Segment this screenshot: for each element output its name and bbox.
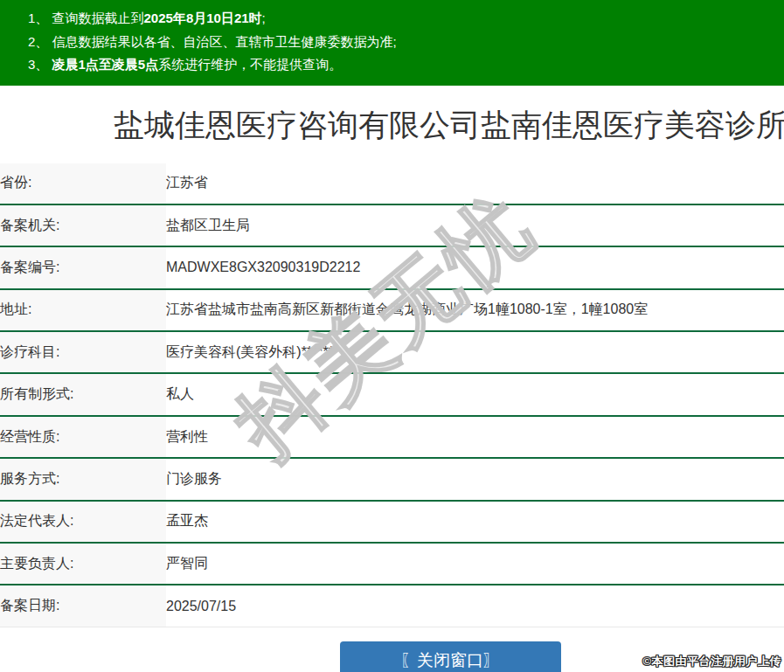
row-value: 盐都区卫生局 [166, 204, 784, 246]
row-value: 私人 [166, 373, 784, 415]
row-label: 诊疗科目: [0, 331, 166, 373]
table-row-principal: 主要负责人: 严智同 [0, 543, 784, 585]
table-row-authority: 备案机关: 盐都区卫生局 [0, 204, 784, 246]
notice-line-2: 2、 信息数据结果以各省、自治区、直辖市卫生健康委数据为准; [28, 31, 775, 54]
row-label: 服务方式: [0, 458, 166, 500]
row-label: 地址: [0, 289, 166, 331]
row-label: 备案机关: [0, 204, 166, 246]
notice-3-bold: 凌晨1点至凌晨5点 [52, 57, 159, 72]
row-label: 主要负责人: [0, 543, 166, 585]
table-row-legal-representative: 法定代表人: 孟亚杰 [0, 501, 784, 543]
notice-1-text: 1、 查询数据截止到 [28, 10, 144, 25]
notice-3-suffix: 系统进行维护，不能提供查询。 [158, 57, 342, 72]
row-label: 法定代表人: [0, 501, 166, 543]
page-title: 盐城佳恩医疗咨询有限公司盐南佳恩医疗美容诊所 [0, 104, 784, 145]
record-table: 省份: 江苏省 备案机关: 盐都区卫生局 备案编号: MADWXE8GX3209… [0, 163, 784, 627]
row-value: MADWXE8GX32090319D2212 [166, 246, 784, 288]
row-value: 严智同 [166, 543, 784, 585]
table-row-treatment-subjects: 诊疗科目: 医疗美容科(美容外科)****** [0, 331, 784, 373]
notice-3-text: 3、 [28, 57, 52, 72]
copyright-note: ©本图由平台注册用户上传 [642, 654, 781, 669]
row-label: 省份: [0, 163, 166, 204]
row-label: 经营性质: [0, 416, 166, 458]
row-label: 备案编号: [0, 246, 166, 288]
table-row-operation-nature: 经营性质: 营利性 [0, 416, 784, 458]
notice-1-suffix: ; [262, 10, 266, 25]
record-page: 盐城佳恩医疗咨询有限公司盐南佳恩医疗美容诊所 省份: 江苏省 备案机关: 盐都区… [0, 104, 784, 672]
table-row-ownership: 所有制形式: 私人 [0, 373, 784, 415]
notice-2-text: 2、 信息数据结果以各省、自治区、直辖市卫生健康委数据为准; [28, 34, 397, 49]
table-row-record-date: 备案日期: 2025/07/15 [0, 585, 784, 627]
row-label: 备案日期: [0, 585, 166, 627]
notice-line-3: 3、 凌晨1点至凌晨5点系统进行维护，不能提供查询。 [28, 53, 775, 77]
table-row-address: 地址: 江苏省盐城市盐南高新区新都街道金鹰龙湖商业广场1幢1080-1室，1幢1… [0, 289, 784, 331]
row-value: 医疗美容科(美容外科)****** [166, 331, 784, 373]
row-value: 门诊服务 [166, 458, 784, 500]
table-row-record-number: 备案编号: MADWXE8GX32090319D2212 [0, 246, 784, 288]
notice-1-bold: 2025年8月10日21时 [144, 10, 262, 25]
table-row-province: 省份: 江苏省 [0, 163, 784, 204]
row-value: 孟亚杰 [166, 501, 784, 543]
row-value: 江苏省盐城市盐南高新区新都街道金鹰龙湖商业广场1幢1080-1室，1幢1080室 [166, 289, 784, 331]
row-label: 所有制形式: [0, 373, 166, 415]
row-value: 营利性 [166, 416, 784, 458]
close-window-button[interactable]: 〖关闭窗口〗 [340, 641, 561, 672]
table-row-service-mode: 服务方式: 门诊服务 [0, 458, 784, 500]
row-value: 江苏省 [166, 163, 784, 204]
row-value: 2025/07/15 [166, 585, 784, 627]
notice-line-1: 1、 查询数据截止到2025年8月10日21时; [28, 7, 775, 31]
notice-bar: 1、 查询数据截止到2025年8月10日21时; 2、 信息数据结果以各省、自治… [0, 0, 784, 86]
